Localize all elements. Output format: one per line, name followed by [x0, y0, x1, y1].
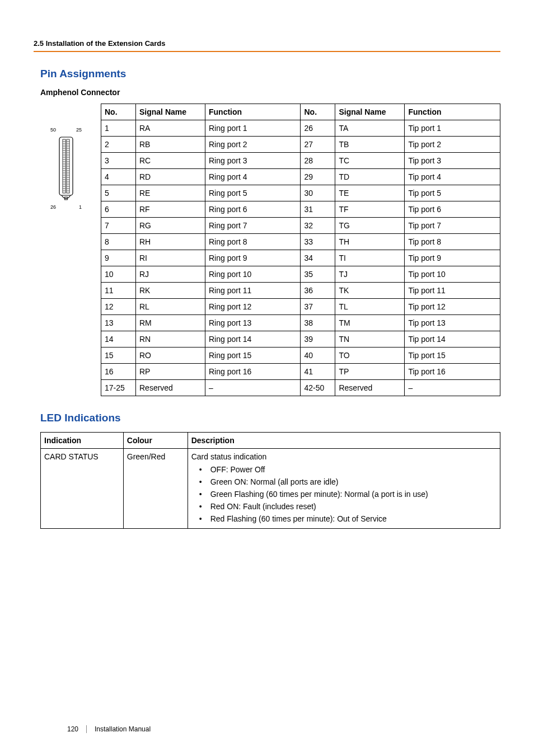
- section-header: 2.5 Installation of the Extension Cards: [34, 39, 500, 52]
- col-indication: Indication: [41, 433, 124, 449]
- table-row: 8RHRing port 833THTip port 8: [101, 234, 500, 250]
- table-row: 12RLRing port 1237TLTip port 12: [101, 299, 500, 315]
- cell-description: Card status indication OFF: Power OffGre…: [188, 449, 500, 529]
- connector-label-top-left: 50: [50, 127, 56, 133]
- doc-title: Installation Manual: [95, 725, 151, 733]
- list-item: Red ON: Fault (includes reset): [191, 500, 496, 513]
- table-row: 5RERing port 530TETip port 5: [101, 185, 500, 201]
- table-cell: 13: [101, 315, 136, 331]
- col-no-2: No.: [301, 104, 335, 120]
- table-cell: Ring port 12: [205, 299, 301, 315]
- table-row: 17-25Reserved–42-50Reserved–: [101, 380, 500, 396]
- table-cell: TI: [335, 250, 405, 266]
- table-cell: Tip port 9: [405, 250, 500, 266]
- table-cell: Tip port 8: [405, 234, 500, 250]
- table-cell: RH: [135, 234, 205, 250]
- table-cell: 9: [101, 250, 136, 266]
- table-cell: RG: [135, 218, 205, 234]
- table-cell: 6: [101, 201, 136, 218]
- table-header-row: Indication Colour Description: [41, 433, 500, 449]
- table-header-row: No. Signal Name Function No. Signal Name…: [101, 104, 500, 120]
- table-cell: RN: [135, 331, 205, 348]
- table-cell: TM: [335, 315, 405, 331]
- table-cell: Ring port 4: [205, 169, 301, 185]
- table-cell: Ring port 6: [205, 201, 301, 218]
- table-cell: Reserved: [335, 380, 405, 396]
- table-cell: Tip port 5: [405, 185, 500, 201]
- table-cell: TD: [335, 169, 405, 185]
- table-row: 15RORing port 1540TOTip port 15: [101, 348, 500, 364]
- table-cell: TA: [335, 120, 405, 137]
- table-cell: 11: [101, 283, 136, 299]
- led-table: Indication Colour Description CARD STATU…: [40, 432, 500, 529]
- table-row: 14RNRing port 1439TNTip port 14: [101, 331, 500, 348]
- col-description: Description: [188, 433, 500, 449]
- col-function-1: Function: [205, 104, 301, 120]
- col-function-2: Function: [405, 104, 500, 120]
- table-cell: TH: [335, 234, 405, 250]
- table-cell: –: [405, 380, 500, 396]
- col-signal-1: Signal Name: [135, 104, 205, 120]
- table-cell: 14: [101, 331, 136, 348]
- table-cell: 40: [301, 348, 335, 364]
- table-cell: TF: [335, 201, 405, 218]
- table-cell: TE: [335, 185, 405, 201]
- connector-label-top-right: 25: [76, 127, 82, 133]
- table-cell: 37: [301, 299, 335, 315]
- table-cell: Ring port 5: [205, 185, 301, 201]
- amphenol-connector-icon: [55, 134, 77, 203]
- table-row: 6RFRing port 631TFTip port 6: [101, 201, 500, 218]
- desc-intro: Card status indication: [191, 452, 496, 461]
- table-cell: RA: [135, 120, 205, 137]
- table-cell: TO: [335, 348, 405, 364]
- table-cell: Ring port 9: [205, 250, 301, 266]
- table-cell: 7: [101, 218, 136, 234]
- table-cell: 16: [101, 364, 136, 380]
- table-cell: Tip port 14: [405, 331, 500, 348]
- table-cell: 8: [101, 234, 136, 250]
- table-row: 16RPRing port 1641TPTip port 16: [101, 364, 500, 380]
- table-cell: 15: [101, 348, 136, 364]
- table-cell: 28: [301, 153, 335, 169]
- list-item: Red Flashing (60 times per minute): Out …: [191, 513, 496, 525]
- table-cell: 12: [101, 299, 136, 315]
- table-cell: Ring port 10: [205, 266, 301, 283]
- table-cell: RP: [135, 364, 205, 380]
- table-cell: RI: [135, 250, 205, 266]
- section-header-text: 2.5 Installation of the Extension Cards: [34, 39, 166, 48]
- table-cell: Tip port 7: [405, 218, 500, 234]
- table-cell: 1: [101, 120, 136, 137]
- table-cell: TJ: [335, 266, 405, 283]
- table-cell: Tip port 13: [405, 315, 500, 331]
- table-cell: 30: [301, 185, 335, 201]
- table-cell: 29: [301, 169, 335, 185]
- col-colour: Colour: [123, 433, 188, 449]
- pin-assignments-table: No. Signal Name Function No. Signal Name…: [101, 104, 500, 396]
- cell-colour: Green/Red: [123, 449, 188, 529]
- table-cell: TB: [335, 137, 405, 153]
- table-row: 13RMRing port 1338TMTip port 13: [101, 315, 500, 331]
- table-cell: 39: [301, 331, 335, 348]
- connector-label-bottom-left: 26: [50, 204, 56, 210]
- table-cell: 34: [301, 250, 335, 266]
- table-cell: RC: [135, 153, 205, 169]
- col-signal-2: Signal Name: [335, 104, 405, 120]
- table-cell: Ring port 11: [205, 283, 301, 299]
- table-cell: Tip port 12: [405, 299, 500, 315]
- table-cell: 4: [101, 169, 136, 185]
- table-cell: TP: [335, 364, 405, 380]
- table-cell: 33: [301, 234, 335, 250]
- connector-diagram: 50 25: [40, 104, 92, 210]
- table-row: 2RBRing port 227TBTip port 2: [101, 137, 500, 153]
- table-cell: 27: [301, 137, 335, 153]
- table-cell: Tip port 3: [405, 153, 500, 169]
- table-cell: –: [205, 380, 301, 396]
- table-cell: 3: [101, 153, 136, 169]
- table-cell: 2: [101, 137, 136, 153]
- table-row: 1RARing port 126TATip port 1: [101, 120, 500, 137]
- table-cell: TC: [335, 153, 405, 169]
- footer-divider: [86, 725, 87, 733]
- table-cell: TN: [335, 331, 405, 348]
- list-item: Green Flashing (60 times per minute): No…: [191, 488, 496, 500]
- table-cell: Ring port 1: [205, 120, 301, 137]
